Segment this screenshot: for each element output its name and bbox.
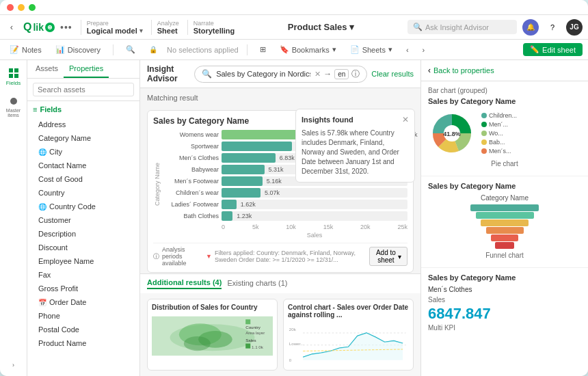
bar-fill: 8.96k <box>222 142 292 151</box>
field-item[interactable]: Customer <box>27 213 139 227</box>
sidebar-expand-button[interactable]: › <box>3 354 25 376</box>
field-item[interactable]: 🌐 City <box>27 145 139 159</box>
mini-chart-control: Control chart - Sales over Order Date ag… <box>283 299 414 371</box>
prev-button[interactable]: ‹ <box>402 44 413 55</box>
analyze-value: Sheet <box>157 27 179 35</box>
field-item[interactable]: 📅 Order Date <box>27 295 139 309</box>
insight-search-input[interactable] <box>216 70 310 78</box>
field-item[interactable]: Address <box>27 118 139 131</box>
grid-icon: ⊞ <box>260 45 266 54</box>
sheets-button[interactable]: 📄 Sheets ▾ <box>346 44 397 55</box>
results-area: Matching result Sales by Category Name ⤢… <box>140 88 420 273</box>
nav-back-button[interactable]: ‹ <box>5 21 18 33</box>
info-button[interactable]: ⓘ <box>351 68 360 80</box>
bar-label: Men´s Clothes <box>164 155 219 161</box>
legend-item: Men´... <box>481 121 517 128</box>
filter-icon: ▼ <box>206 253 212 260</box>
right-section-bar[interactable]: Bar chart (grouped) Sales by Category Na… <box>421 81 588 176</box>
search-submit-button[interactable]: → <box>323 69 332 79</box>
edit-icon: ✏️ <box>530 45 539 54</box>
prepare-chevron: ▾ <box>139 27 143 34</box>
insight-search-bar[interactable]: 🔍 ✕ → en ⓘ <box>194 66 367 83</box>
insights-header: Insights found ✕ <box>302 115 409 124</box>
field-item[interactable]: Employee Name <box>27 254 139 268</box>
right-chart-1-title: Sales by Category Name <box>428 97 581 105</box>
notifications-button[interactable]: 🔔 <box>522 19 539 36</box>
bar-fill: 1.23k <box>222 211 232 221</box>
back-to-properties-link[interactable]: Back to properties <box>433 66 494 75</box>
mini-charts-row: Distribution of Sales for Country Countr… <box>140 293 420 376</box>
field-item[interactable]: Product Name <box>27 336 139 350</box>
bar-label: Ladies´ Footwear <box>164 201 219 208</box>
legend-item: Bab... <box>481 139 517 146</box>
next-button[interactable]: › <box>418 44 429 55</box>
maximize-button[interactable] <box>29 4 36 11</box>
nav-more-button[interactable]: ••• <box>60 22 72 33</box>
search-filter-button[interactable]: 🔍 <box>122 44 139 55</box>
bar-value: 5.16k <box>267 178 282 185</box>
field-item[interactable]: Postal Code <box>27 323 139 336</box>
right-section-kpi[interactable]: Sales by Category Name Men´s Clothes Sal… <box>421 268 588 337</box>
sidebar-icon-master[interactable]: Master items <box>3 96 25 118</box>
field-item[interactable]: Gross Profit <box>27 282 139 295</box>
fields-label: Fields <box>6 80 21 86</box>
lock-button[interactable]: 🔒 <box>145 44 161 55</box>
prepare-section[interactable]: Prepare Logical model ▾ <box>81 20 143 35</box>
legend-item: Wo... <box>481 130 517 137</box>
svg-text:Lower...: Lower... <box>289 341 304 346</box>
help-button[interactable]: ? <box>544 19 561 36</box>
language-selector[interactable]: en <box>334 69 349 79</box>
bar-track: 1.23k <box>222 211 407 221</box>
narrate-section[interactable]: Narrate Storytelling <box>187 20 235 35</box>
line-chart-svg: 20k Lower... 0 <box>288 321 409 366</box>
right-section-funnel[interactable]: Sales by Category Name Category Name Fun… <box>421 176 588 268</box>
prepare-label: Prepare <box>87 20 143 27</box>
fields-section-icon: ≡ <box>33 105 37 113</box>
insight-advisor-search[interactable]: 🔍 Ask Insight Advisor <box>407 20 517 34</box>
field-item[interactable]: Description <box>27 227 139 241</box>
svg-point-4 <box>10 98 17 105</box>
no-selections-label: No selections applied <box>167 46 239 54</box>
tab-assets[interactable]: Assets <box>30 60 64 78</box>
legend-dot <box>481 113 487 118</box>
field-item[interactable]: Country <box>27 186 139 200</box>
additional-results-tab[interactable]: Additional results (4) <box>147 278 222 289</box>
field-item[interactable]: Fax <box>27 268 139 282</box>
clear-search-button[interactable]: ✕ <box>315 70 321 79</box>
right-panel: ‹ Back to properties Bar chart (grouped)… <box>420 60 588 376</box>
field-item[interactable]: Cost of Good <box>27 172 139 186</box>
add-to-sheet-button[interactable]: Add to sheet ▾ <box>369 247 407 266</box>
tab-properties[interactable]: Properties <box>64 60 109 78</box>
add-to-sheet-chevron: ▾ <box>398 253 401 260</box>
insight-advisor-header: Insight Advisor 🔍 ✕ → en ⓘ Clear results <box>140 60 420 88</box>
close-button[interactable] <box>7 4 14 11</box>
field-item[interactable]: Category Name <box>27 131 139 145</box>
grid-button[interactable]: ⊞ <box>256 44 270 55</box>
bar-fill: 5.31k <box>222 165 265 174</box>
bookmarks-button[interactable]: 🔖 Bookmarks ▾ <box>276 44 340 55</box>
field-item[interactable]: 🌐 Country Code <box>27 200 139 213</box>
edit-sheet-button[interactable]: ✏️ Edit sheet <box>523 43 583 56</box>
mini-chart-distribution: Distribution of Sales for Country Countr… <box>147 299 278 371</box>
user-avatar[interactable]: JG <box>566 19 583 36</box>
svg-text:Area layer: Area layer <box>245 330 265 335</box>
analyze-section[interactable]: Analyze Sheet <box>151 20 179 35</box>
map-svg: Country Area layer Sales 1.1 0k <box>152 314 273 358</box>
assets-tabs: Assets Properties <box>27 60 139 79</box>
discovery-button[interactable]: 📊 Discovery <box>51 44 105 55</box>
field-item[interactable]: Phone <box>27 309 139 323</box>
kpi-label: Sales <box>428 296 581 304</box>
existing-charts-tab[interactable]: Existing charts (1) <box>227 279 287 288</box>
left-content: Insight Advisor 🔍 ✕ → en ⓘ Clear results… <box>140 60 420 376</box>
search-assets-input[interactable] <box>33 83 134 96</box>
field-item[interactable]: Discount <box>27 241 139 254</box>
minimize-button[interactable] <box>18 4 25 11</box>
title-bar <box>0 0 588 15</box>
clear-results-button[interactable]: Clear results <box>371 70 414 78</box>
insights-close-button[interactable]: ✕ <box>402 115 409 124</box>
product-sales-button[interactable]: Product Sales ▾ <box>288 22 355 32</box>
field-item[interactable]: Contact Name <box>27 159 139 172</box>
notes-button[interactable]: 📝 Notes <box>5 44 46 55</box>
sidebar-icon-fields[interactable]: Fields <box>3 66 25 88</box>
fields-list: Address Category Name 🌐 City Contact Nam… <box>27 118 139 376</box>
